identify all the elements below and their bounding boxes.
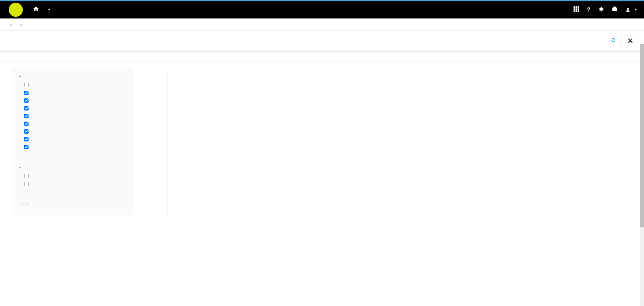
svg-rect-5 [578,8,579,10]
filter-opt-human-tasks [19,89,126,97]
checkbox-milestones[interactable] [24,122,29,126]
refresh-button[interactable] [606,36,620,46]
svg-rect-2 [578,6,579,8]
filter-opt-rule-sets [19,135,126,143]
breadcrumb-sep-icon: ≫ [9,23,13,27]
checkbox-node-completed[interactable] [24,182,29,186]
filters-panel: ⌄ [12,68,133,215]
chevron-down-icon: ⌄ [19,165,21,169]
menu-dropdown[interactable]: ▼ [46,8,51,11]
svg-rect-3 [574,8,575,10]
scrollbar[interactable] [640,44,644,222]
checkbox-start-nodes[interactable] [24,98,29,103]
divider [622,36,622,46]
divider [19,159,126,159]
tabs-bar [0,52,640,61]
svg-rect-4 [576,8,577,10]
brand-logo[interactable] [7,3,23,17]
svg-rect-7 [576,10,577,12]
close-button[interactable]: ✕ [623,35,637,47]
apps-grid-icon[interactable] [574,6,579,13]
chevron-down-icon: ▼ [48,8,51,11]
filter-node-type-toggle[interactable]: ⌄ [19,74,126,78]
filter-opt-all [19,81,126,89]
filter-opt-work-items [19,143,126,151]
checkbox-work-items[interactable] [24,145,29,149]
breadcrumb: ≫ ≫ [0,18,644,31]
checkbox-rule-sets[interactable] [24,137,29,141]
filter-opt-end-nodes [19,104,126,112]
checkbox-human-tasks[interactable] [24,91,29,95]
gear-icon[interactable] [598,6,604,13]
svg-rect-0 [574,6,575,8]
filter-opt-start-nodes [19,97,126,104]
filter-event-type: ⌄ [12,163,133,192]
home-icon[interactable] [33,6,39,13]
checkbox-action-nodes[interactable] [24,114,29,118]
breadcrumb-sep-icon: ≫ [19,23,23,27]
checkbox-all[interactable] [24,83,29,87]
logs-timeline [153,68,632,215]
svg-rect-8 [578,10,579,12]
checkbox-node-entered[interactable] [24,174,29,178]
reset-button[interactable] [19,203,28,206]
svg-rect-6 [574,10,575,12]
filter-opt-milestones [19,120,126,128]
refresh-icon [610,37,616,43]
title-actions: ✕ [606,35,637,47]
timeline-connector [167,72,167,215]
page-title-row: ✕ [0,31,644,52]
filter-event-node-type: ⌄ [12,72,133,155]
checkbox-end-nodes[interactable] [24,106,29,111]
topbar-right: ? ▼ [574,6,637,13]
checkbox-sub-processes[interactable] [24,129,29,134]
chevron-down-icon: ▼ [634,8,637,11]
user-icon [626,7,630,12]
user-menu[interactable]: ▼ [626,7,637,12]
filter-event-type-toggle[interactable]: ⌄ [19,165,126,169]
filter-opt-action-nodes [19,112,126,120]
chevron-down-icon: ⌄ [19,74,21,78]
help-icon[interactable]: ? [587,7,590,13]
filter-opt-sub-processes [19,128,126,135]
divider [19,196,126,196]
briefcase-icon[interactable] [612,6,617,13]
filter-opt-node-completed [19,180,126,188]
filter-opt-node-entered [19,172,126,180]
brand-sub-logo [9,3,23,17]
svg-rect-1 [576,6,577,8]
top-navbar: ▼ ? ▼ [0,0,644,18]
scrollbar-thumb[interactable] [640,44,644,222]
main-content: ⌄ [0,61,644,222]
